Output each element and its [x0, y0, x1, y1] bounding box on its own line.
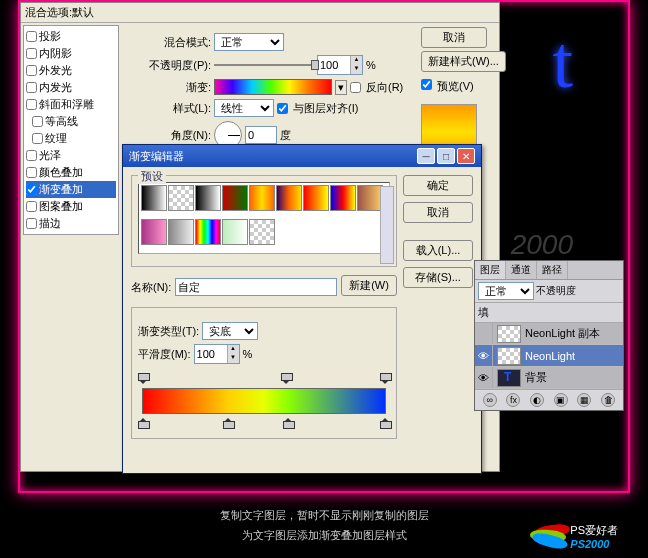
name-label: 名称(N): [131, 280, 171, 295]
effect-texture[interactable]: 纹理 [26, 130, 116, 147]
preset-swatch[interactable] [276, 185, 302, 211]
effect-dropShadow[interactable]: 投影 [26, 28, 116, 45]
effect-checkbox[interactable] [32, 133, 43, 144]
degree-label: 度 [280, 128, 291, 143]
effect-patternOverlay[interactable]: 图案叠加 [26, 198, 116, 215]
gradient-label: 渐变: [147, 80, 211, 95]
background-neon-letter: t [552, 20, 573, 105]
effect-checkbox[interactable] [26, 82, 37, 93]
preset-swatch[interactable] [249, 185, 275, 211]
layer-row[interactable]: 👁NeonLight [475, 345, 623, 367]
smoothness-input[interactable]: ▲▼ [194, 344, 240, 364]
layers-panel: 图层通道路径 正常 不透明度 填 NeonLight 副本👁NeonLight👁… [474, 260, 624, 411]
gradient-dropdown-icon[interactable]: ▾ [335, 80, 347, 95]
cancel-button[interactable]: 取消 [421, 27, 487, 48]
load-button[interactable]: 载入(L)... [403, 240, 473, 261]
ok-button[interactable]: 确定 [403, 175, 473, 196]
effect-label: 光泽 [39, 148, 61, 163]
effect-checkbox[interactable] [26, 99, 37, 110]
gradient-type-label: 渐变类型(T): [138, 324, 199, 339]
panel-tab[interactable]: 路径 [537, 261, 568, 279]
maximize-icon[interactable]: □ [437, 148, 455, 164]
effect-contour[interactable]: 等高线 [26, 113, 116, 130]
preview-checkbox[interactable] [421, 79, 432, 90]
preset-swatch[interactable] [222, 219, 248, 245]
effect-bevel[interactable]: 斜面和浮雕 [26, 96, 116, 113]
percent-label: % [366, 59, 376, 71]
color-stop[interactable] [283, 413, 293, 425]
effect-checkbox[interactable] [26, 184, 37, 195]
panel-tab[interactable]: 通道 [506, 261, 537, 279]
layer-row[interactable]: NeonLight 副本 [475, 323, 623, 345]
preset-swatch[interactable] [249, 219, 275, 245]
align-checkbox[interactable] [277, 103, 288, 114]
blend-mode-select[interactable]: 正常 [214, 33, 284, 51]
cancel-button[interactable]: 取消 [403, 202, 473, 223]
visibility-icon[interactable]: 👁 [475, 345, 493, 366]
link-icon[interactable]: ∞ [483, 393, 497, 407]
new-style-button[interactable]: 新建样式(W)... [421, 51, 506, 72]
preset-swatch[interactable] [141, 185, 167, 211]
new-gradient-button[interactable]: 新建(W) [341, 275, 397, 296]
effect-checkbox[interactable] [26, 167, 37, 178]
opacity-slider[interactable] [214, 64, 314, 66]
effect-label: 内发光 [39, 80, 72, 95]
effect-innerShadow[interactable]: 内阴影 [26, 45, 116, 62]
effect-innerGlow[interactable]: 内发光 [26, 79, 116, 96]
opacity-stop[interactable] [281, 377, 291, 389]
effect-stroke[interactable]: 描边 [26, 215, 116, 232]
preset-swatch[interactable] [222, 185, 248, 211]
preset-swatch[interactable] [141, 219, 167, 245]
effect-checkbox[interactable] [26, 65, 37, 76]
fx-icon[interactable]: fx [506, 393, 520, 407]
opacity-input[interactable]: ▲▼ [317, 55, 363, 75]
effect-checkbox[interactable] [32, 116, 43, 127]
preset-swatch[interactable] [168, 219, 194, 245]
mask-icon[interactable]: ◐ [530, 393, 544, 407]
gradient-preview-bar[interactable] [214, 79, 332, 95]
new-layer-icon[interactable]: ▦ [577, 393, 591, 407]
color-stop[interactable] [138, 413, 148, 425]
preset-swatch[interactable] [195, 219, 221, 245]
effect-label: 投影 [39, 29, 61, 44]
angle-input[interactable] [245, 126, 277, 144]
preset-swatch[interactable] [330, 185, 356, 211]
effect-gradientOverlay[interactable]: 渐变叠加 [26, 181, 116, 198]
layer-row[interactable]: 👁背景 [475, 367, 623, 389]
preset-swatch[interactable] [168, 185, 194, 211]
effect-label: 斜面和浮雕 [39, 97, 94, 112]
name-input[interactable] [175, 278, 337, 296]
minimize-icon[interactable]: ─ [417, 148, 435, 164]
preset-swatch[interactable] [303, 185, 329, 211]
color-stop[interactable] [380, 413, 390, 425]
preset-swatch[interactable] [195, 185, 221, 211]
effect-colorOverlay[interactable]: 颜色叠加 [26, 164, 116, 181]
align-label: 与图层对齐(I) [293, 101, 358, 116]
effect-checkbox[interactable] [26, 150, 37, 161]
smoothness-label: 平滑度(M): [138, 347, 191, 362]
layer-blend-select[interactable]: 正常 [478, 282, 534, 300]
close-icon[interactable]: ✕ [457, 148, 475, 164]
effect-outerGlow[interactable]: 外发光 [26, 62, 116, 79]
visibility-icon[interactable] [475, 323, 493, 344]
presets-grid [138, 182, 390, 254]
presets-scrollbar[interactable] [380, 186, 394, 264]
gradient-edit-bar[interactable] [142, 388, 386, 414]
style-select[interactable]: 线性 [214, 99, 274, 117]
gradient-type-select[interactable]: 实底 [202, 322, 258, 340]
trash-icon[interactable]: 🗑 [601, 393, 615, 407]
opacity-stop[interactable] [138, 377, 148, 389]
visibility-icon[interactable]: 👁 [475, 367, 493, 388]
color-stop[interactable] [223, 413, 233, 425]
effect-checkbox[interactable] [26, 201, 37, 212]
layers-panel-tabs: 图层通道路径 [475, 261, 623, 280]
folder-icon[interactable]: ▣ [554, 393, 568, 407]
save-button[interactable]: 存储(S)... [403, 267, 473, 288]
effect-checkbox[interactable] [26, 48, 37, 59]
effect-satin[interactable]: 光泽 [26, 147, 116, 164]
reverse-checkbox[interactable] [350, 82, 361, 93]
effect-checkbox[interactable] [26, 31, 37, 42]
effect-checkbox[interactable] [26, 218, 37, 229]
opacity-stop[interactable] [380, 377, 390, 389]
panel-tab[interactable]: 图层 [475, 261, 506, 279]
